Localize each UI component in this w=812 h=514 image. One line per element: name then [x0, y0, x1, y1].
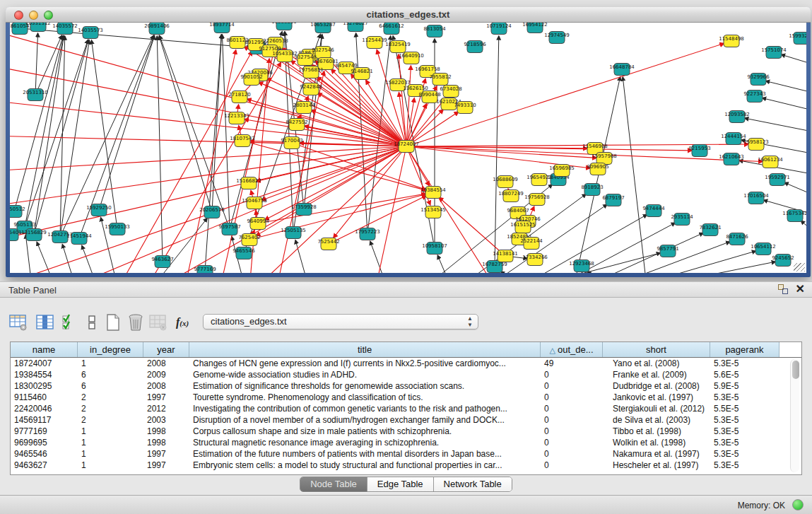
table-row[interactable]: 946362711997Embryonic stem cells: a mode…: [11, 460, 790, 471]
graph-node[interactable]: 8471626: [726, 233, 748, 245]
graph-node[interactable]: 16151525: [510, 221, 536, 233]
graph-node[interactable]: 2522144: [520, 238, 543, 250]
graph-edge[interactable]: [766, 81, 806, 93]
graph-edge[interactable]: [784, 182, 806, 196]
graph-node[interactable]: 15166827: [236, 177, 261, 189]
table-cell[interactable]: Yano et al. (2008): [603, 358, 710, 369]
function-builder-icon[interactable]: f(x): [172, 313, 192, 332]
graph-node[interactable]: 15958123: [743, 139, 769, 151]
column-header-name[interactable]: name: [11, 342, 78, 357]
table-cell[interactable]: Estimation of significance thresholds fo…: [189, 380, 541, 392]
create-table-icon[interactable]: [103, 313, 123, 332]
column-header-out-de-[interactable]: △out_de...: [541, 342, 603, 357]
table-cell[interactable]: 0: [541, 426, 603, 437]
graph-node[interactable]: 15929250: [86, 204, 112, 216]
graph-node[interactable]: 11675342: [782, 210, 806, 222]
graph-node[interactable]: 9146821: [351, 68, 372, 80]
table-cell[interactable]: 0: [541, 414, 603, 426]
table-cell[interactable]: Nakamura et al. (1997): [603, 448, 710, 460]
graph-node[interactable]: 20891406: [144, 23, 170, 35]
table-cell[interactable]: 9465546: [11, 448, 78, 460]
graph-edge[interactable]: [782, 54, 806, 65]
table-cell[interactable]: Corpus callosum shape and size in male p…: [189, 426, 541, 437]
graph-edge[interactable]: [623, 77, 646, 273]
graph-node[interactable]: 6734028: [440, 86, 461, 98]
graph-edge[interactable]: [222, 35, 230, 229]
table-row[interactable]: 946554611997Estimation of the future num…: [11, 448, 790, 460]
graph-node[interactable]: 15751074: [761, 47, 787, 59]
table-cell[interactable]: 0: [541, 448, 603, 460]
table-cell[interactable]: 6: [78, 380, 143, 392]
column-header-year[interactable]: year: [143, 342, 189, 357]
table-row[interactable]: 1456911722003Disruption of a novel membe…: [11, 414, 790, 426]
graph-node[interactable]: 19654923: [526, 174, 552, 186]
table-cell[interactable]: 18300295: [11, 380, 78, 392]
table-row[interactable]: 2242004622012Investigating the contribut…: [11, 403, 790, 414]
graph-node[interactable]: 16640910: [399, 52, 424, 64]
select-columns-icon[interactable]: [59, 313, 79, 332]
table-cell[interactable]: 2: [78, 403, 143, 414]
graph-node[interactable]: 12505135: [281, 227, 306, 239]
graph-node[interactable]: 19592971: [765, 174, 790, 186]
graph-node[interactable]: 7625402: [238, 234, 260, 246]
window-titlebar[interactable]: citations_edges.txt: [6, 7, 811, 23]
close-panel-icon[interactable]: ✕: [796, 284, 805, 295]
canvas-resize-grip[interactable]: [794, 263, 805, 271]
table-cell[interactable]: Franke et al. (2009): [603, 369, 710, 380]
graph-node[interactable]: 9901052: [240, 74, 262, 86]
table-cell[interactable]: 1: [78, 426, 143, 437]
table-cell[interactable]: 1998: [143, 437, 189, 448]
table-cell[interactable]: 9777169: [11, 426, 78, 437]
graph-node[interactable]: 9474444: [642, 205, 665, 217]
table-cell[interactable]: 1997: [143, 448, 189, 460]
table-cell[interactable]: Tibbo et al. (1998): [603, 426, 710, 437]
table-cell[interactable]: 14569117: [11, 414, 78, 426]
table-cell[interactable]: 1: [78, 448, 143, 460]
graph-edge[interactable]: [495, 36, 499, 267]
graph-node[interactable]: 7493310: [454, 102, 476, 114]
table-cell[interactable]: 2008: [143, 380, 189, 392]
table-cell[interactable]: 2003: [143, 414, 189, 426]
graph-node[interactable]: 16782759: [482, 261, 507, 273]
graph-node[interactable]: 11451944: [66, 233, 92, 245]
graph-edge[interactable]: [329, 196, 426, 244]
graph-node[interactable]: 9245652: [772, 255, 794, 267]
graph-edge[interactable]: [82, 245, 95, 273]
graph-edge[interactable]: [187, 50, 236, 273]
table-cell[interactable]: 6: [78, 369, 143, 380]
table-row[interactable]: 969969511998Structural magnetic resonanc…: [11, 437, 790, 448]
table-cell[interactable]: 9115460: [11, 392, 78, 403]
column-header-title[interactable]: title: [189, 342, 541, 357]
table-cell[interactable]: 0: [541, 437, 603, 448]
vertical-scrollbar[interactable]: [790, 359, 799, 472]
table-cell[interactable]: 5.3E-5: [710, 358, 779, 369]
delete-table-icon[interactable]: [126, 313, 146, 332]
memory-status-indicator[interactable]: [792, 499, 804, 510]
table-select-dropdown[interactable]: citations_edges.txt ▲▼: [203, 314, 478, 329]
row-options-icon[interactable]: [82, 313, 102, 332]
graph-edge[interactable]: [10, 146, 406, 171]
graph-node[interactable]: 17334266: [522, 254, 548, 266]
graph-node[interactable]: 12974549: [544, 32, 570, 44]
graph-node[interactable]: 10958107: [422, 243, 447, 255]
graph-node[interactable]: 15957968: [592, 153, 617, 165]
table-cell[interactable]: 2009: [143, 369, 189, 380]
column-header-pagerank[interactable]: pagerank: [710, 342, 779, 357]
graph-edge[interactable]: [265, 146, 406, 220]
table-cell[interactable]: Changes of HCN gene expression and I(f) …: [189, 358, 541, 369]
table-cell[interactable]: Disruption of a novel member of a sodium…: [189, 414, 541, 426]
table-cell[interactable]: 1: [78, 460, 143, 471]
graph-node[interactable]: 9857791: [657, 245, 678, 257]
graph-node[interactable]: 14035573: [78, 27, 103, 39]
table-cell[interactable]: 1998: [143, 426, 189, 437]
graph-edge[interactable]: [10, 136, 406, 146]
graph-node[interactable]: 9227343: [743, 90, 765, 103]
table-cell[interactable]: 5.3E-5: [710, 392, 779, 403]
table-cell[interactable]: Structural magnetic resonance image aver…: [189, 437, 541, 448]
graph-edge[interactable]: [685, 262, 775, 273]
table-cell[interactable]: 5.6E-5: [710, 369, 779, 380]
graph-node[interactable]: 9218596: [464, 41, 486, 53]
graph-edge[interactable]: [157, 36, 163, 262]
table-cell[interactable]: 1997: [143, 392, 189, 403]
scrollbar-thumb[interactable]: [792, 361, 799, 379]
